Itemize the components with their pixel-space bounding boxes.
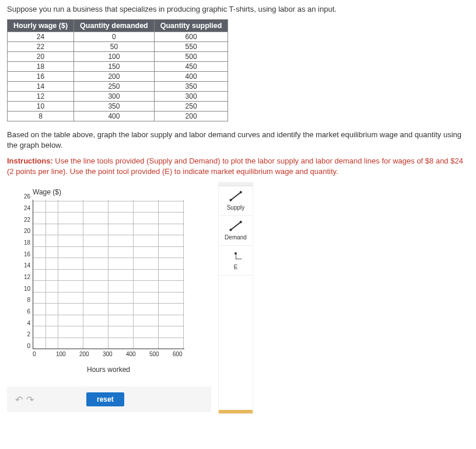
- table-row: 8400200: [8, 112, 228, 121]
- table-row: 240600: [8, 32, 228, 42]
- y-axis: 26 24 22 20 18 16 14 12 10 8 6 4 2 0: [19, 200, 30, 349]
- redo-icon[interactable]: ↷: [26, 394, 34, 405]
- question-text: Based on the table above, graph the labo…: [7, 130, 469, 150]
- col-header-demanded: Quantity demanded: [74, 20, 155, 32]
- graph-panel: Wage ($) 26 24 22 20 18 16 14 12 10 8 6 …: [7, 182, 211, 412]
- undo-icon[interactable]: ↶: [15, 394, 23, 405]
- line-icon: [228, 190, 244, 203]
- table-row: 14250350: [8, 82, 228, 92]
- col-header-wage: Hourly wage ($): [8, 20, 74, 32]
- table-row: 10350250: [8, 102, 228, 112]
- table-row: 12300300: [8, 92, 228, 102]
- table-row: 20100500: [8, 52, 228, 62]
- tool-supply[interactable]: Supply: [219, 186, 253, 216]
- table-row: 2250550: [8, 42, 228, 52]
- tool-e-label: E: [221, 264, 250, 270]
- intro-text: Suppose you run a business that speciali…: [7, 5, 469, 13]
- instructions-label: Instructions:: [7, 156, 53, 165]
- col-header-supplied: Quantity supplied: [154, 20, 228, 32]
- x-axis-label: Hours worked: [33, 366, 184, 374]
- y-axis-label: Wage ($): [33, 188, 205, 196]
- tool-equilibrium[interactable]: E: [219, 246, 253, 276]
- tool-palette: Supply Demand E: [218, 182, 253, 414]
- x-axis: 0 100 200 300 400 500 600: [33, 351, 196, 357]
- table-row: 16200400: [8, 72, 228, 82]
- instructions: Instructions: Use the line tools provide…: [7, 156, 469, 176]
- instructions-body: Use the line tools provided (Supply and …: [7, 156, 463, 176]
- tool-supply-label: Supply: [221, 204, 250, 211]
- tool-demand-label: Demand: [221, 234, 250, 241]
- wage-table: Hourly wage ($) Quantity demanded Quanti…: [7, 19, 228, 121]
- tool-demand[interactable]: Demand: [219, 216, 253, 246]
- point-icon: [228, 249, 244, 262]
- line-icon: [228, 220, 244, 232]
- graph-controls: ↶ ↷ reset: [7, 387, 211, 412]
- tool-tab-bottom-icon[interactable]: [219, 410, 253, 413]
- plot-area[interactable]: [33, 200, 184, 349]
- table-row: 18150450: [8, 62, 228, 72]
- reset-button[interactable]: reset: [86, 392, 124, 406]
